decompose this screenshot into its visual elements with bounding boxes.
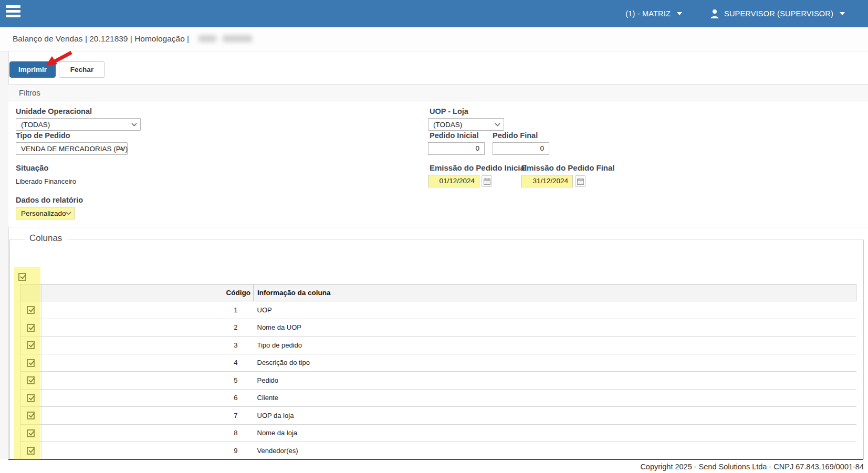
row-informacao: Tipo de pedido <box>254 337 856 354</box>
row-codigo: 4 <box>41 354 254 372</box>
pedido-inicial-label: Pedido Inicial <box>430 131 478 140</box>
unidade-operacional-value: (TODAS) <box>21 121 50 129</box>
row-codigo: 9 <box>41 442 254 460</box>
table-row: 3 Tipo de pedido <box>20 337 856 354</box>
header-informacao: Informação da coluna <box>254 285 856 301</box>
breadcrumb-text: Balanço de Vendas | 20.121839 | Homologa… <box>13 34 189 43</box>
breadcrumb: Balanço de Vendas | 20.121839 | Homologa… <box>13 34 252 44</box>
dados-relatorio-select[interactable]: Personalizado <box>16 207 75 219</box>
filters-panel: Filtros Unidade Operacional (TODAS) Tipo… <box>8 84 868 227</box>
filters-panel-heading: Filtros <box>8 85 868 101</box>
row-informacao: UOP da loja <box>254 407 856 425</box>
uop-loja-label: UOP - Loja <box>430 107 468 115</box>
row-informacao: Pedido <box>254 372 856 390</box>
user-menu-label: SUPERVISOR (SUPERVISOR) <box>724 9 833 18</box>
uop-loja-value: (TODAS) <box>433 121 462 129</box>
row-codigo: 8 <box>41 424 254 442</box>
row-informacao: UOP <box>254 301 856 319</box>
company-selector-label: (1) - MATRIZ <box>625 9 671 18</box>
uop-loja-select[interactable]: (TODAS) <box>428 118 504 131</box>
row-codigo: 6 <box>41 389 254 407</box>
unidade-operacional-label: Unidade Operacional <box>16 107 92 115</box>
table-row: 1 UOP <box>20 301 856 319</box>
unidade-operacional-select[interactable]: (TODAS) <box>16 118 141 131</box>
print-button[interactable]: Imprimir <box>9 61 56 78</box>
calendar-icon <box>577 178 584 185</box>
columns-table-header-row: Código Informação da coluna <box>20 285 856 301</box>
row-checkbox-cell <box>20 319 41 337</box>
row-checkbox[interactable] <box>27 306 35 314</box>
pedido-final-input[interactable]: 0 <box>493 142 549 155</box>
emissao-pedido-inicial-input[interactable]: 01/12/2024 <box>428 175 479 187</box>
emissao-pedido-final-input[interactable]: 31/12/2024 <box>521 175 573 187</box>
row-checkbox[interactable] <box>27 429 35 437</box>
row-checkbox-cell <box>20 337 41 354</box>
breadcrumb-bar: Balanço de Vendas | 20.121839 | Homologa… <box>0 27 868 51</box>
row-checkbox[interactable] <box>27 341 35 349</box>
row-checkbox[interactable] <box>27 324 35 332</box>
calendar-picker-button[interactable] <box>482 175 492 187</box>
chevron-down-icon <box>677 12 682 15</box>
columns-table: Código Informação da coluna 1 UOP 2 Nome… <box>20 284 856 459</box>
row-informacao: Descrição do tipo <box>254 354 856 372</box>
row-checkbox-cell <box>20 442 41 460</box>
emissao-pedido-inicial-label: Emissão do Pedido Inicial <box>430 163 527 172</box>
close-button[interactable]: Fechar <box>59 61 105 78</box>
row-informacao: Nome da loja <box>254 424 856 442</box>
chevron-down-icon <box>495 123 500 127</box>
chevron-down-icon <box>118 147 124 151</box>
row-checkbox-cell <box>20 354 41 372</box>
dados-relatorio-label: Dados do relatório <box>16 196 83 204</box>
company-selector-dropdown[interactable]: (1) - MATRIZ <box>625 9 682 18</box>
select-all-checkbox[interactable] <box>18 273 26 281</box>
columns-section-title: Colunas <box>25 233 67 244</box>
chevron-down-icon <box>66 212 71 215</box>
table-row: 4 Descrição do tipo <box>20 354 856 372</box>
row-checkbox[interactable] <box>27 447 35 455</box>
situacao-label: Situação <box>16 163 49 172</box>
pedido-inicial-input[interactable]: 0 <box>428 142 485 155</box>
left-gutter <box>0 51 8 459</box>
columns-fieldset: Colunas Código Informação da coluna 1 UO… <box>9 239 864 459</box>
table-row: 8 Nome da loja <box>20 424 856 442</box>
row-codigo: 5 <box>41 372 254 390</box>
row-informacao: Nome da UOP <box>254 319 856 337</box>
row-checkbox[interactable] <box>27 376 35 384</box>
redacted-text-blur <box>198 35 252 44</box>
tipo-pedido-label: Tipo de Pedido <box>16 131 70 140</box>
calendar-icon <box>484 178 490 185</box>
menu-hamburger-icon[interactable] <box>6 5 20 22</box>
columns-table-body: 1 UOP 2 Nome da UOP 3 Tipo de pedido 4 D… <box>20 301 856 460</box>
row-checkbox-cell <box>20 424 41 442</box>
row-informacao: Cliente <box>254 389 856 407</box>
dados-relatorio-value: Personalizado <box>21 209 66 217</box>
row-checkbox-cell <box>20 372 41 390</box>
table-row: 9 Vendedor(es) <box>20 442 856 460</box>
pedido-final-label: Pedido Final <box>493 131 538 140</box>
footer-divider <box>8 459 863 460</box>
user-menu-dropdown[interactable]: SUPERVISOR (SUPERVISOR) <box>709 8 845 19</box>
row-codigo: 2 <box>41 319 254 337</box>
user-icon <box>709 8 720 19</box>
emissao-pedido-final-label: Emissão do Pedido Final <box>521 163 615 172</box>
row-checkbox-cell <box>20 301 41 319</box>
page: (1) - MATRIZ SUPERVISOR (SUPERVISOR) Bal… <box>0 0 868 473</box>
header-checkbox-cell <box>20 285 41 301</box>
situacao-value: Liberado Financeiro <box>16 177 76 185</box>
row-informacao: Vendedor(es) <box>254 442 856 460</box>
header-codigo: Código <box>41 285 254 301</box>
chevron-down-icon <box>840 12 845 15</box>
tipo-pedido-select[interactable]: VENDA DE MERCADORIAS (PV) <box>16 142 128 155</box>
row-checkbox[interactable] <box>27 359 35 367</box>
calendar-picker-button[interactable] <box>575 175 585 187</box>
table-row: 6 Cliente <box>20 389 856 407</box>
row-checkbox-cell <box>20 407 41 425</box>
footer-copyright: Copyright 2025 - Send Solutions Ltda - C… <box>640 463 864 471</box>
row-checkbox-cell <box>20 389 41 407</box>
filters-title: Filtros <box>19 88 40 97</box>
row-codigo: 7 <box>41 407 254 425</box>
tipo-pedido-value: VENDA DE MERCADORIAS (PV) <box>21 145 128 153</box>
top-navbar: (1) - MATRIZ SUPERVISOR (SUPERVISOR) <box>0 0 868 27</box>
row-checkbox[interactable] <box>27 412 35 419</box>
row-checkbox[interactable] <box>27 394 35 402</box>
